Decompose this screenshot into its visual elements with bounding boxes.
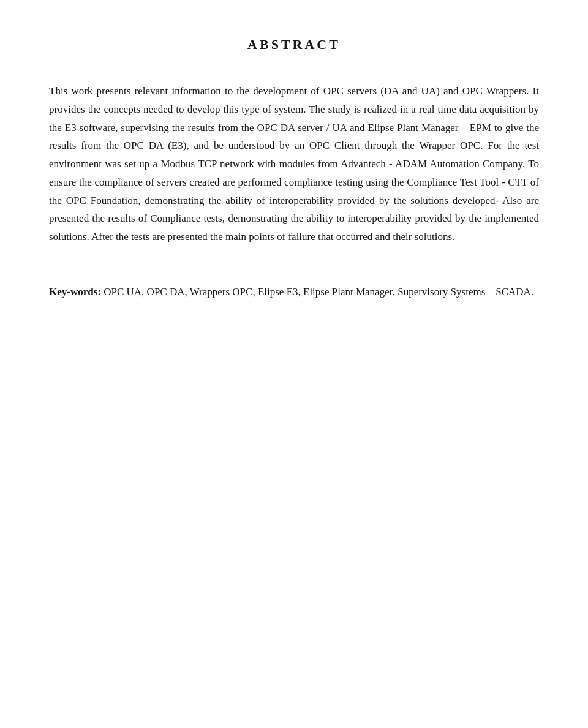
keywords-label: Key-words: <box>49 286 101 298</box>
page-title: ABSTRACT <box>49 37 539 53</box>
abstract-paragraph-1: This work presents relevant information … <box>49 82 539 246</box>
keywords-text: OPC UA, OPC DA, Wrappers OPC, Elipse E3,… <box>101 286 533 298</box>
keywords-section: Key-words: OPC UA, OPC DA, Wrappers OPC,… <box>49 283 539 301</box>
abstract-body: This work presents relevant information … <box>49 82 539 246</box>
